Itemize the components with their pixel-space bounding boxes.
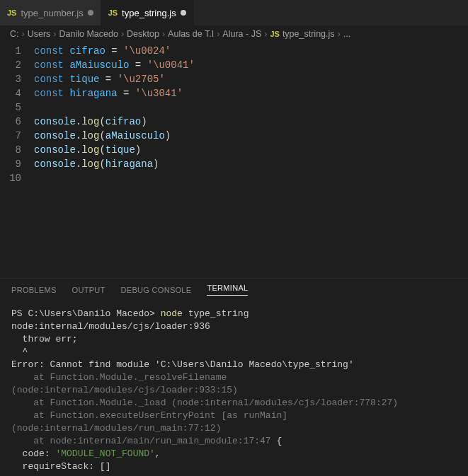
tab-label: type_string.js <box>122 8 176 18</box>
chevron-right-icon: › <box>338 29 341 39</box>
tab-label: type_number.js <box>21 8 83 18</box>
terminal-line: throw err; <box>11 333 457 346</box>
terminal-line: PS C:\Users\Danilo Macedo> node type_str… <box>11 308 457 320</box>
breadcrumb-part: Users <box>28 29 51 39</box>
breadcrumb-file: type_string.js <box>282 29 335 39</box>
panel-tab-output[interactable]: OUTPUT <box>72 286 105 294</box>
dirty-dot-icon <box>181 10 186 16</box>
breadcrumb[interactable]: C:› Users› Danilo Macedo› Desktop› Aulas… <box>0 25 468 42</box>
chevron-right-icon: › <box>22 29 25 39</box>
chevron-right-icon: › <box>217 29 219 39</box>
terminal-error: Error: Cannot find module 'C:\Users\Dani… <box>11 359 457 371</box>
js-file-icon: JS <box>270 30 279 38</box>
panel-tab-problems[interactable]: PROBLEMS <box>11 286 57 294</box>
breadcrumb-tail: ... <box>343 29 350 39</box>
dirty-dot-icon <box>88 10 93 16</box>
panel-tab-bar: PROBLEMS OUTPUT DEBUG CONSOLE TERMINAL <box>0 278 468 301</box>
terminal-stack: at Function.Module._resolveFilename (nod… <box>11 371 457 397</box>
panel-tab-terminal[interactable]: TERMINAL <box>207 284 248 296</box>
breadcrumb-part: Aulas de T.I <box>168 29 214 39</box>
js-file-icon: JS <box>108 8 118 17</box>
chevron-right-icon: › <box>264 29 267 39</box>
chevron-right-icon: › <box>162 29 165 39</box>
code-editor[interactable]: 1 2 3 4 5 6 7 8 9 10 const cifrao = '\u0… <box>0 42 468 185</box>
chevron-right-icon: › <box>53 29 56 39</box>
code-content[interactable]: const cifrao = '\u0024' const aMaiusculo… <box>34 44 468 185</box>
terminal-line: requireStack: [] <box>11 460 457 473</box>
tab-bar: JS type_number.js JS type_string.js <box>0 0 468 25</box>
terminal-line: ^ <box>11 346 457 359</box>
breadcrumb-part: Alura - JS <box>222 29 261 39</box>
terminal-line: code: 'MODULE_NOT_FOUND', <box>11 448 457 460</box>
breadcrumb-part: Desktop <box>127 29 159 39</box>
line-gutter: 1 2 3 4 5 6 7 8 9 10 <box>0 44 34 185</box>
breadcrumb-part: Danilo Macedo <box>59 29 118 39</box>
tab-type-number[interactable]: JS type_number.js <box>0 0 101 25</box>
terminal-line: node:internal/modules/cjs/loader:936 <box>11 320 457 333</box>
terminal-stack: at node:internal/main/run_main_module:17… <box>11 435 457 448</box>
chevron-right-icon: › <box>121 29 124 39</box>
tab-type-string[interactable]: JS type_string.js <box>101 0 194 25</box>
terminal[interactable]: PS C:\Users\Danilo Macedo> node type_str… <box>0 301 468 476</box>
terminal-stack: at Function.Module._load (node:internal/… <box>11 397 457 410</box>
panel-tab-debug-console[interactable]: DEBUG CONSOLE <box>121 286 192 294</box>
terminal-stack: at Function.executeUserEntryPoint [as ru… <box>11 410 457 435</box>
editor-empty-area[interactable] <box>0 185 468 278</box>
js-file-icon: JS <box>7 8 16 17</box>
breadcrumb-part: C: <box>10 29 19 39</box>
